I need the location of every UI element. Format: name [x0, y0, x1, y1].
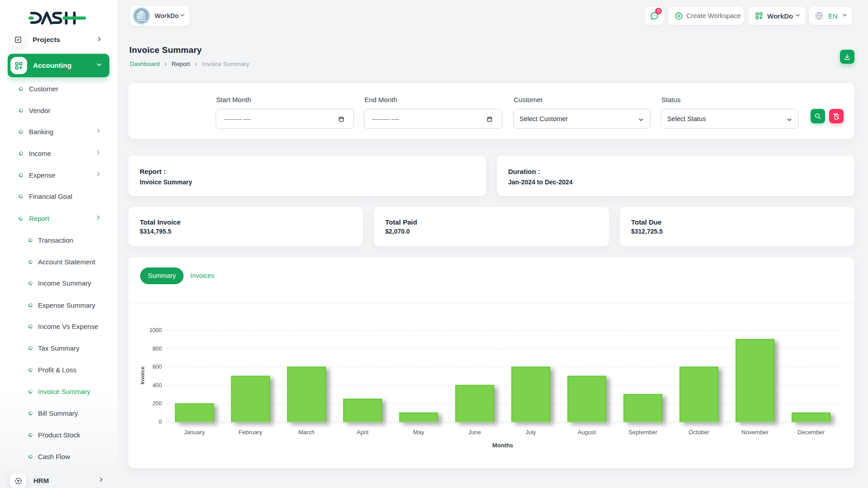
svg-text:May: May — [413, 429, 425, 436]
svg-text:Months: Months — [492, 442, 513, 449]
svg-text:June: June — [468, 429, 481, 436]
svg-text:March: March — [298, 429, 315, 436]
svg-text:February: February — [239, 429, 263, 436]
svg-text:January: January — [184, 429, 205, 436]
svg-text:December: December — [797, 429, 825, 436]
svg-text:400: 400 — [152, 382, 162, 389]
svg-text:August: August — [578, 429, 596, 436]
svg-text:Invoice: Invoice — [140, 366, 145, 385]
svg-text:600: 600 — [152, 364, 162, 370]
svg-text:200: 200 — [152, 400, 162, 407]
svg-text:0: 0 — [159, 419, 162, 425]
svg-text:800: 800 — [152, 346, 162, 352]
svg-text:November: November — [741, 429, 769, 436]
svg-text:September: September — [628, 429, 657, 436]
svg-text:July: July — [525, 429, 536, 436]
svg-text:October: October — [689, 429, 710, 436]
svg-text:1000: 1000 — [149, 327, 162, 333]
svg-text:April: April — [357, 429, 368, 436]
